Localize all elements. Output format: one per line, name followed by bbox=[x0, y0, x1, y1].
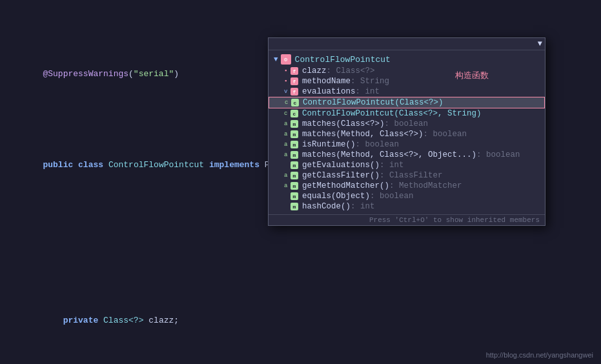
constructor-icon: c bbox=[291, 99, 299, 106]
popup-footer: Press 'Ctrl+O' to show inherited members bbox=[269, 214, 545, 225]
method-icon: m bbox=[290, 141, 298, 148]
popup-item-getmethodmatcher[interactable]: a m getMethodMatcher() : MethodMatcher bbox=[269, 181, 545, 191]
method-icon: m bbox=[290, 120, 298, 128]
editor-container: @SuppressWarnings("serial") public class… bbox=[0, 0, 601, 364]
popup-dropdown-icon[interactable]: ▼ bbox=[538, 39, 542, 48]
root-class-name: ControlFlowPointcut bbox=[295, 55, 391, 65]
method-icon: m bbox=[290, 130, 298, 138]
popup-item-methodname[interactable]: ▪ f methodName : String bbox=[269, 76, 545, 86]
popup-item-matches3[interactable]: a m matches(Method, Class<?>, Object...)… bbox=[269, 150, 545, 160]
popup-item-getevaluations[interactable]: m getEvaluations() : int bbox=[269, 160, 545, 170]
method-icon: m bbox=[290, 172, 298, 179]
popup-item-matches2[interactable]: a m matches(Method, Class<?>) : boolean bbox=[269, 129, 545, 139]
popup-item-getclassfilter[interactable]: a m getClassFilter() : ClassFilter bbox=[269, 170, 545, 181]
popup-item-constructor2[interactable]: c c ControlFlowPointcut(Class<?>, String… bbox=[269, 108, 545, 119]
autocomplete-popup[interactable]: ▼ ▼ ⚙ ControlFlowPointcut ▪ f clazz : Cl… bbox=[268, 37, 545, 226]
popup-item-equals[interactable]: m equals(Object) : boolean bbox=[269, 191, 545, 201]
code-line: private Class<?> clazz; bbox=[0, 301, 601, 340]
popup-item-matches1[interactable]: a m matches(Class<?>) : boolean bbox=[269, 119, 545, 129]
class-icon: ⚙ bbox=[281, 54, 291, 65]
popup-item-constructor1[interactable]: c c ControlFlowPointcut(Class<?>) bbox=[269, 97, 545, 108]
popup-item-isruntime[interactable]: a m isRuntime() : boolean bbox=[269, 139, 545, 150]
field-icon: f bbox=[290, 67, 298, 75]
field-icon: f bbox=[290, 88, 298, 96]
popup-header: ▼ bbox=[269, 38, 545, 50]
code-line bbox=[0, 237, 601, 250]
method-icon: m bbox=[290, 151, 298, 159]
popup-tree: ▼ ⚙ ControlFlowPointcut ▪ f clazz : Clas… bbox=[269, 50, 545, 214]
method-icon: m bbox=[290, 203, 298, 210]
popup-root-class: ▼ ⚙ ControlFlowPointcut bbox=[269, 53, 545, 66]
watermark: http://blog.csdn.net/yangshangwei bbox=[486, 351, 593, 359]
popup-item-hashcode[interactable]: m hashCode() : int bbox=[269, 201, 545, 212]
method-icon: m bbox=[290, 182, 298, 190]
popup-item-evaluations[interactable]: v f evaluations : int bbox=[269, 86, 545, 97]
method-icon: m bbox=[290, 192, 298, 200]
field-icon: f bbox=[290, 77, 298, 85]
method-icon: m bbox=[290, 161, 298, 169]
tree-expand-arrow[interactable]: ▼ bbox=[274, 56, 278, 63]
constructor-icon: c bbox=[290, 110, 298, 117]
popup-item-clazz[interactable]: ▪ f clazz : Class<?> bbox=[269, 66, 545, 76]
